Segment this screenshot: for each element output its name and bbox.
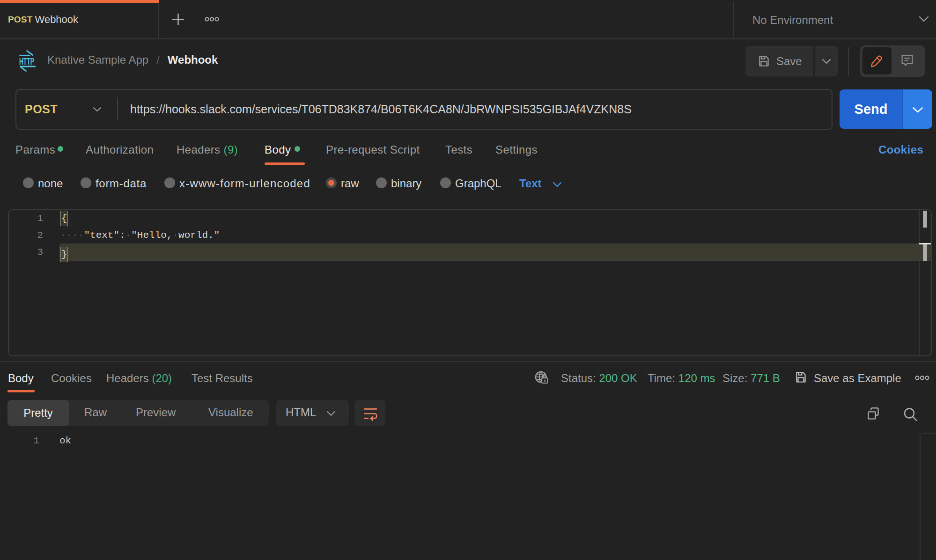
svg-text:HTTP: HTTP	[19, 56, 34, 66]
